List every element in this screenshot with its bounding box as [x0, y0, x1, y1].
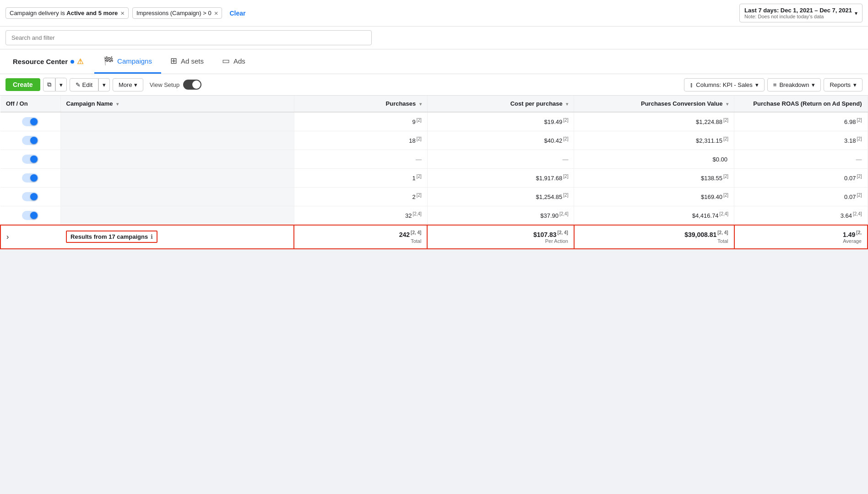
roas-cell-3: 0.07[2] — [734, 169, 868, 188]
pcv-cell-3: $138.55[2] — [574, 169, 734, 188]
results-label: Results from 17 campaigns — [71, 233, 148, 240]
row-toggle-knob-1 — [30, 137, 38, 144]
cost-cell-1: $40.42[2] — [427, 131, 574, 150]
adsets-icon: ⊞ — [170, 56, 177, 66]
row-toggle-5[interactable] — [22, 211, 38, 220]
view-setup-label: View Setup — [150, 81, 180, 88]
toggle-cell-0 — [0, 112, 60, 131]
row-toggle-3[interactable] — [22, 173, 38, 183]
totals-roas-cell: 1.49[2, Average — [734, 225, 868, 249]
purchases-cell-4: 2[2] — [294, 188, 427, 206]
row-toggle-knob-2 — [30, 156, 38, 163]
breakdown-button[interactable]: ≡ Breakdown ▾ — [767, 78, 821, 91]
breakdown-label: Breakdown — [779, 81, 809, 88]
totals-label-cell: Results from 17 campaigns ℹ — [60, 225, 294, 249]
columns-button[interactable]: ⫿ Columns: KPI - Sales ▾ — [684, 78, 765, 91]
totals-row: › Results from 17 campaigns ℹ 242[2, 4] … — [0, 225, 868, 249]
row-toggle-1[interactable] — [22, 136, 38, 145]
tab-ads-label: Ads — [233, 57, 245, 65]
pcv-cell-1: $2,311.15[2] — [574, 131, 734, 150]
tab-campaigns-label: Campaigns — [117, 57, 152, 65]
breakdown-icon: ≡ — [773, 81, 777, 88]
cost-cell-5: $37.90[2,4] — [427, 206, 574, 226]
table-row: 9[2] $19.49[2] $1,224.88[2] 6.98[2] — [0, 112, 868, 131]
row-toggle-knob-4 — [30, 193, 38, 200]
reports-button[interactable]: Reports ▾ — [824, 78, 863, 91]
col-header-off-on: Off / On — [0, 96, 60, 112]
edit-button-group: ✎ Edit ▾ — [70, 78, 110, 91]
toolbar: Create ⧉ ▾ ✎ Edit ▾ More ▾ View Setup ⫿ … — [0, 74, 868, 96]
filter-chip-delivery: Campaign delivery is Active and 5 more × — [5, 7, 129, 19]
view-setup-toggle: View Setup — [150, 80, 202, 90]
tab-campaigns[interactable]: 🏁 Campaigns — [94, 49, 161, 74]
roas-cell-5: 3.64[2,4] — [734, 206, 868, 226]
reports-label: Reports — [830, 81, 851, 88]
cost-cell-0: $19.49[2] — [427, 112, 574, 131]
row-toggle-2[interactable] — [22, 155, 38, 164]
purchases-cell-5: 32[2,4] — [294, 206, 427, 226]
roas-cell-4: 0.07[2] — [734, 188, 868, 206]
col-header-pcv: Purchases Conversion Value ▾ — [574, 96, 734, 112]
purchases-sort-icon[interactable]: ▾ — [419, 102, 422, 107]
pcv-cell-0: $1,224.88[2] — [574, 112, 734, 131]
create-button[interactable]: Create — [5, 78, 40, 91]
tab-ads[interactable]: ▭ Ads — [213, 49, 255, 74]
cost-cell-4: $1,254.85[2] — [427, 188, 574, 206]
campaigns-icon: 🏁 — [103, 56, 114, 66]
filter-chip-text2: Impressions (Campaign) > 0 — [136, 10, 212, 16]
cost-cell-2: — — [427, 150, 574, 169]
search-input[interactable] — [5, 30, 372, 45]
pcv-cell-5: $4,416.74[2,4] — [574, 206, 734, 226]
info-icon[interactable]: ℹ — [151, 233, 153, 240]
campaign-name-sort-icon[interactable]: ▾ — [116, 102, 119, 107]
columns-chevron: ▾ — [755, 81, 759, 88]
results-box: Results from 17 campaigns ℹ — [66, 231, 157, 243]
copy-dropdown[interactable]: ▾ — [55, 78, 67, 91]
tab-adsets-label: Ad sets — [181, 57, 204, 65]
date-range-picker[interactable]: Last 7 days: Dec 1, 2021 – Dec 7, 2021 N… — [739, 4, 863, 22]
date-range-chevron: ▾ — [855, 10, 857, 16]
roas-cell-2: — — [734, 150, 868, 169]
pcv-cell-4: $169.40[2] — [574, 188, 734, 206]
campaign-name-cell-5 — [60, 206, 294, 226]
table-row: — — $0.00 — — [0, 150, 868, 169]
roas-cell-1: 3.18[2] — [734, 131, 868, 150]
totals-pcv-cell: $39,008.81[2, 4] Total — [574, 225, 734, 249]
row-toggle-knob-0 — [30, 118, 38, 125]
copy-button[interactable]: ⧉ — [43, 78, 55, 91]
cost-sort-icon[interactable]: ▾ — [566, 102, 568, 107]
resource-center-dot — [71, 60, 74, 64]
col-header-campaign-name: Campaign Name ▾ — [60, 96, 294, 112]
campaigns-table: Off / On Campaign Name ▾ Purchases ▾ Cos… — [0, 96, 868, 249]
edit-button[interactable]: ✎ Edit — [70, 78, 98, 91]
totals-expand-cell[interactable]: › — [0, 225, 60, 249]
row-toggle-4[interactable] — [22, 192, 38, 201]
toggle-cell-1 — [0, 131, 60, 150]
more-button[interactable]: More ▾ — [113, 78, 143, 91]
filter-chip-close[interactable]: × — [120, 10, 125, 16]
campaign-name-cell-0 — [60, 112, 294, 131]
toggle-knob — [192, 81, 201, 89]
row-toggle-0[interactable] — [22, 117, 38, 126]
campaign-name-cell-1 — [60, 131, 294, 150]
edit-label: Edit — [82, 81, 92, 88]
edit-dropdown[interactable]: ▾ — [98, 78, 110, 91]
tab-adsets[interactable]: ⊞ Ad sets — [161, 49, 213, 74]
clear-button[interactable]: Clear — [226, 8, 249, 19]
pcv-sort-icon[interactable]: ▾ — [726, 102, 728, 107]
purchases-cell-3: 1[2] — [294, 169, 427, 188]
resource-center[interactable]: Resource Center ⚠ — [5, 51, 91, 72]
reports-chevron: ▾ — [853, 81, 857, 88]
resource-center-label: Resource Center — [13, 58, 68, 65]
campaign-name-cell-2 — [60, 150, 294, 169]
campaign-name-cell-3 — [60, 169, 294, 188]
columns-icon: ⫿ — [690, 81, 693, 88]
view-setup-switch[interactable] — [183, 80, 201, 90]
toggle-cell-3 — [0, 169, 60, 188]
nav-tabs: Resource Center ⚠ 🏁 Campaigns ⊞ Ad sets … — [0, 49, 868, 74]
breakdown-chevron: ▾ — [812, 81, 815, 88]
row-toggle-knob-5 — [30, 212, 38, 219]
filter-chip-close2[interactable]: × — [214, 10, 218, 16]
purchases-cell-0: 9[2] — [294, 112, 427, 131]
cost-cell-3: $1,917.68[2] — [427, 169, 574, 188]
